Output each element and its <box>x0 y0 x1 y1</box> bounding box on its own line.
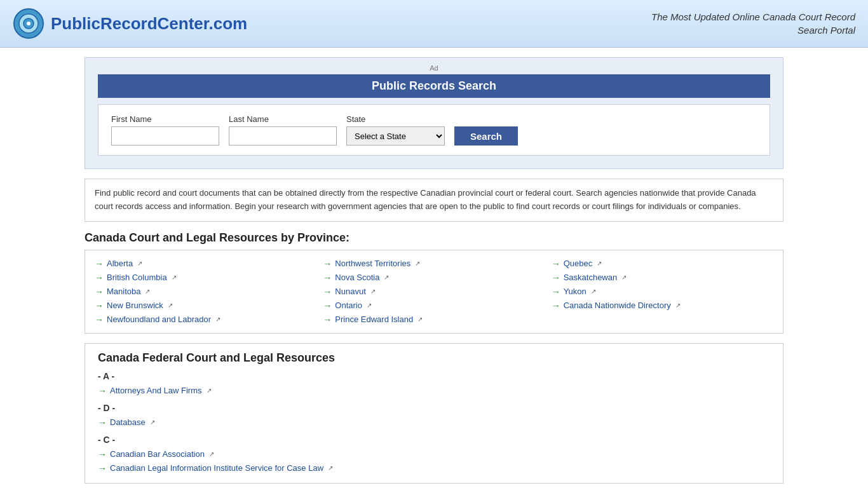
external-icon: ↗ <box>384 274 389 281</box>
arrow-icon: → <box>552 273 560 283</box>
province-col-2: → Northwest Territories ↗→ Nova Scotia ↗… <box>323 257 545 327</box>
last-name-label: Last Name <box>229 114 337 124</box>
province-link[interactable]: Ontario <box>335 301 362 310</box>
province-link[interactable]: Newfoundland and Labrador <box>107 315 211 324</box>
province-item: → Saskatchewan ↗ <box>552 271 773 285</box>
first-name-label: First Name <box>111 114 219 124</box>
province-item: → Manitoba ↗ <box>95 285 316 299</box>
logo-area[interactable]: PublicRecordCenter.com <box>13 8 247 39</box>
province-grid: → Alberta ↗→ British Columbia ↗→ Manitob… <box>95 257 773 327</box>
arrow-icon: → <box>552 301 560 311</box>
resource-item: → Database ↗ <box>98 416 770 430</box>
province-link[interactable]: Saskatchewan <box>564 273 618 282</box>
first-name-input[interactable] <box>111 126 219 146</box>
federal-content: - A -→ Attorneys And Law Firms ↗- D -→ D… <box>98 371 770 475</box>
external-icon: ↗ <box>417 316 423 323</box>
site-title: PublicRecordCenter.com <box>51 14 247 34</box>
province-item: → Ontario ↗ <box>323 299 545 313</box>
arrow-icon: → <box>95 301 104 311</box>
tagline: The Most Updated Online Canada Court Rec… <box>651 10 855 37</box>
federal-section: Canada Federal Court and Legal Resources… <box>85 343 783 484</box>
state-label: State <box>346 114 445 124</box>
province-grid-container: → Alberta ↗→ British Columbia ↗→ Manitob… <box>85 250 783 334</box>
resource-link[interactable]: Database <box>110 417 146 427</box>
province-link[interactable]: Prince Edward Island <box>335 315 413 324</box>
resource-link[interactable]: Attorneys And Law Firms <box>110 386 202 395</box>
search-button[interactable]: Search <box>454 126 518 146</box>
search-form-area: First Name Last Name State Select a Stat… <box>98 104 770 156</box>
external-icon: ↗ <box>675 302 681 309</box>
logo-icon <box>13 8 44 39</box>
external-icon: ↗ <box>168 302 173 309</box>
province-link[interactable]: Alberta <box>107 259 133 268</box>
arrow-icon: → <box>98 463 107 473</box>
arrow-icon: → <box>98 417 107 428</box>
state-group: State Select a State <box>346 114 445 146</box>
province-link[interactable]: British Columbia <box>107 273 167 282</box>
arrow-icon: → <box>98 386 107 396</box>
province-link[interactable]: Northwest Territories <box>335 259 410 268</box>
arrow-icon: → <box>95 273 104 283</box>
external-icon: ↗ <box>209 451 214 458</box>
ad-label: Ad <box>98 64 770 72</box>
province-col-3: → Quebec ↗→ Saskatchewan ↗→ Yukon ↗→ Can… <box>552 257 773 327</box>
province-link[interactable]: Yukon <box>564 287 587 296</box>
external-icon: ↗ <box>415 260 420 267</box>
search-widget-title: Public Records Search <box>98 74 770 98</box>
province-item: → British Columbia ↗ <box>95 271 316 285</box>
arrow-icon: → <box>95 259 104 269</box>
province-link[interactable]: Canada Nationwide Directory <box>564 301 671 310</box>
resource-link[interactable]: Canadian Bar Association <box>110 449 205 459</box>
external-icon: ↗ <box>150 419 155 426</box>
province-item: → New Brunswick ↗ <box>95 299 316 313</box>
external-icon: ↗ <box>591 288 596 295</box>
external-icon: ↗ <box>137 260 142 267</box>
last-name-group: Last Name <box>229 114 337 146</box>
province-item: → Alberta ↗ <box>95 257 316 271</box>
external-icon: ↗ <box>207 387 212 394</box>
province-title: Canada Court and Legal Resources by Prov… <box>85 231 783 245</box>
resource-item: → Canadian Bar Association ↗ <box>98 447 770 461</box>
resource-item: → Canadian Legal Information Institute S… <box>98 461 770 475</box>
province-item: → Quebec ↗ <box>552 257 773 271</box>
arrow-icon: → <box>323 301 332 311</box>
resource-link[interactable]: Canadian Legal Information Institute Ser… <box>110 463 323 473</box>
province-col-1: → Alberta ↗→ British Columbia ↗→ Manitob… <box>95 257 316 327</box>
external-icon: ↗ <box>367 302 372 309</box>
province-section: Canada Court and Legal Resources by Prov… <box>85 231 783 334</box>
arrow-icon: → <box>552 287 560 297</box>
province-link[interactable]: Quebec <box>564 259 593 268</box>
arrow-icon: → <box>95 287 104 297</box>
arrow-icon: → <box>323 273 332 283</box>
section-letter: - A - <box>98 371 770 381</box>
external-icon: ↗ <box>145 288 150 295</box>
external-icon: ↗ <box>172 274 177 281</box>
state-select[interactable]: Select a State <box>346 126 445 146</box>
province-item: → Northwest Territories ↗ <box>323 257 545 271</box>
svg-point-3 <box>27 22 31 25</box>
province-link[interactable]: Manitoba <box>107 287 140 296</box>
description-text: Find public record and court documents t… <box>95 187 773 214</box>
arrow-icon: → <box>98 449 107 459</box>
province-item: → Newfoundland and Labrador ↗ <box>95 313 316 327</box>
province-item: → Nova Scotia ↗ <box>323 271 545 285</box>
description-section: Find public record and court documents t… <box>85 179 783 222</box>
section-letter: - C - <box>98 435 770 445</box>
ad-section: Ad Public Records Search First Name Last… <box>85 57 783 169</box>
federal-title: Canada Federal Court and Legal Resources <box>98 351 770 365</box>
province-item: → Canada Nationwide Directory ↗ <box>552 299 773 313</box>
external-icon: ↗ <box>621 274 627 281</box>
last-name-input[interactable] <box>229 126 337 146</box>
province-item: → Yukon ↗ <box>552 285 773 299</box>
province-item: → Prince Edward Island ↗ <box>323 313 545 327</box>
province-link[interactable]: Nunavut <box>335 287 365 296</box>
external-icon: ↗ <box>328 464 333 471</box>
province-link[interactable]: New Brunswick <box>107 301 163 310</box>
arrow-icon: → <box>552 259 560 269</box>
external-icon: ↗ <box>597 260 602 267</box>
arrow-icon: → <box>323 259 332 269</box>
resource-item: → Attorneys And Law Firms ↗ <box>98 384 770 398</box>
external-icon: ↗ <box>370 288 376 295</box>
first-name-group: First Name <box>111 114 219 146</box>
province-link[interactable]: Nova Scotia <box>335 273 379 282</box>
